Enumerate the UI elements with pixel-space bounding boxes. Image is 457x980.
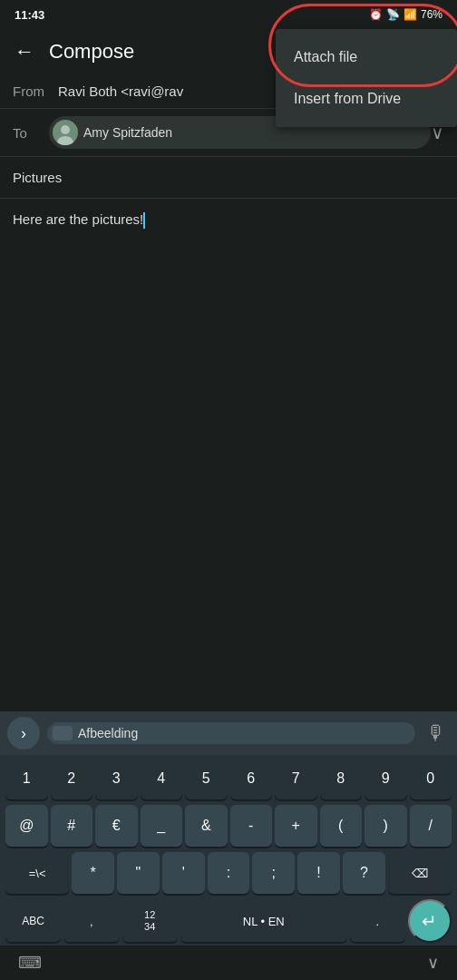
key-7[interactable]: 7 bbox=[275, 758, 317, 799]
enter-key[interactable]: ↵ bbox=[408, 899, 452, 943]
key-comma[interactable]: , bbox=[63, 900, 119, 942]
key-4[interactable]: 4 bbox=[141, 758, 183, 799]
key-quote-double[interactable]: " bbox=[117, 852, 160, 894]
mic-icon: 🎙 bbox=[426, 721, 446, 744]
back-button[interactable]: ← bbox=[11, 36, 38, 67]
number-row: 1 2 3 4 5 6 7 8 9 0 bbox=[0, 755, 457, 802]
key-8[interactable]: 8 bbox=[320, 758, 363, 799]
key-5[interactable]: 5 bbox=[185, 758, 228, 799]
key-minus[interactable]: - bbox=[230, 805, 273, 847]
bottom-row: ABC , 1234 NL • EN . ↵ bbox=[0, 897, 457, 946]
key-exclamation[interactable]: ! bbox=[297, 852, 340, 894]
avatar bbox=[53, 120, 78, 145]
key-0[interactable]: 0 bbox=[410, 758, 452, 799]
attach-file-menu-item[interactable]: Attach file bbox=[276, 36, 457, 78]
recipient-name: Amy Spitzfaden bbox=[83, 125, 172, 140]
subject-field[interactable]: Pictures bbox=[0, 157, 457, 199]
chevron-down-icon[interactable]: ∨ bbox=[427, 953, 439, 973]
keyboard-toolbar: › Afbeelding 🎙 bbox=[0, 711, 457, 755]
space-key[interactable]: NL • EN bbox=[180, 900, 347, 942]
key-hash[interactable]: # bbox=[51, 805, 93, 847]
insert-drive-label: Insert from Drive bbox=[294, 91, 401, 106]
body-text: Here are the pictures! bbox=[13, 211, 143, 227]
key-slash[interactable]: / bbox=[410, 805, 452, 847]
attach-file-label: Attach file bbox=[294, 49, 357, 64]
key-plus[interactable]: + bbox=[275, 805, 317, 847]
suggestion-text: Afbeelding bbox=[78, 726, 138, 740]
symbol-row-2: =\< * " ' : ; ! ? ⌫ bbox=[0, 849, 457, 897]
nav-bar: ⌨ ∨ bbox=[0, 946, 457, 980]
keyboard-nav-icon[interactable]: ⌨ bbox=[18, 953, 42, 973]
key-2[interactable]: 2 bbox=[51, 758, 93, 799]
toolbar-left: ← Compose bbox=[11, 36, 134, 67]
key-open-paren[interactable]: ( bbox=[320, 805, 363, 847]
symbol-row-1: @ # € _ & - + ( ) / bbox=[0, 802, 457, 849]
key-period[interactable]: . bbox=[350, 900, 405, 942]
microphone-button[interactable]: 🎙 bbox=[423, 718, 450, 749]
wifi-icon: 📡 bbox=[386, 8, 400, 21]
from-value: Ravi Both <ravi@rav bbox=[58, 83, 183, 99]
key-ampersand[interactable]: & bbox=[185, 805, 228, 847]
key-star[interactable]: * bbox=[72, 852, 114, 894]
alarm-icon: ⏰ bbox=[369, 8, 383, 21]
key-3[interactable]: 3 bbox=[95, 758, 138, 799]
key-1[interactable]: 1 bbox=[5, 758, 48, 799]
key-underscore[interactable]: _ bbox=[141, 805, 183, 847]
backspace-key[interactable]: ⌫ bbox=[388, 852, 452, 894]
expand-icon: › bbox=[21, 724, 26, 743]
key-numpad[interactable]: 1234 bbox=[122, 900, 178, 942]
key-more-symbols[interactable]: =\< bbox=[5, 852, 69, 894]
keyboard-expand-button[interactable]: › bbox=[7, 717, 40, 750]
subject-value: Pictures bbox=[13, 170, 62, 185]
key-9[interactable]: 9 bbox=[365, 758, 407, 799]
battery-label: 76% bbox=[421, 8, 442, 21]
page-title: Compose bbox=[49, 40, 134, 64]
keyboard-area: › Afbeelding 🎙 1 2 3 4 5 6 7 8 9 0 @ # €… bbox=[0, 711, 457, 980]
key-euro[interactable]: € bbox=[95, 805, 138, 847]
key-colon[interactable]: : bbox=[208, 852, 250, 894]
toolbar: ← Compose Attach file Insert from Drive bbox=[0, 29, 457, 74]
to-label: To bbox=[13, 125, 49, 141]
svg-point-1 bbox=[61, 125, 70, 134]
key-question[interactable]: ? bbox=[343, 852, 385, 894]
from-label: From bbox=[13, 83, 58, 99]
key-at[interactable]: @ bbox=[5, 805, 48, 847]
status-icons: ⏰ 📡 📶 76% bbox=[369, 8, 442, 21]
suggestion-image-icon bbox=[53, 726, 73, 740]
key-semicolon[interactable]: ; bbox=[252, 852, 295, 894]
signal-icon: 📶 bbox=[404, 8, 417, 21]
key-6[interactable]: 6 bbox=[230, 758, 273, 799]
key-quote-single[interactable]: ' bbox=[162, 852, 205, 894]
body-field[interactable]: Here are the pictures! bbox=[0, 199, 457, 380]
key-close-paren[interactable]: ) bbox=[365, 805, 407, 847]
suggestion-pill[interactable]: Afbeelding bbox=[47, 722, 415, 744]
text-cursor bbox=[143, 212, 145, 229]
insert-drive-menu-item[interactable]: Insert from Drive bbox=[276, 78, 457, 120]
dropdown-menu: Attach file Insert from Drive bbox=[276, 29, 457, 127]
status-bar: 11:43 ⏰ 📡 📶 76% bbox=[0, 0, 457, 29]
key-abc[interactable]: ABC bbox=[5, 900, 61, 942]
status-time: 11:43 bbox=[15, 8, 44, 22]
